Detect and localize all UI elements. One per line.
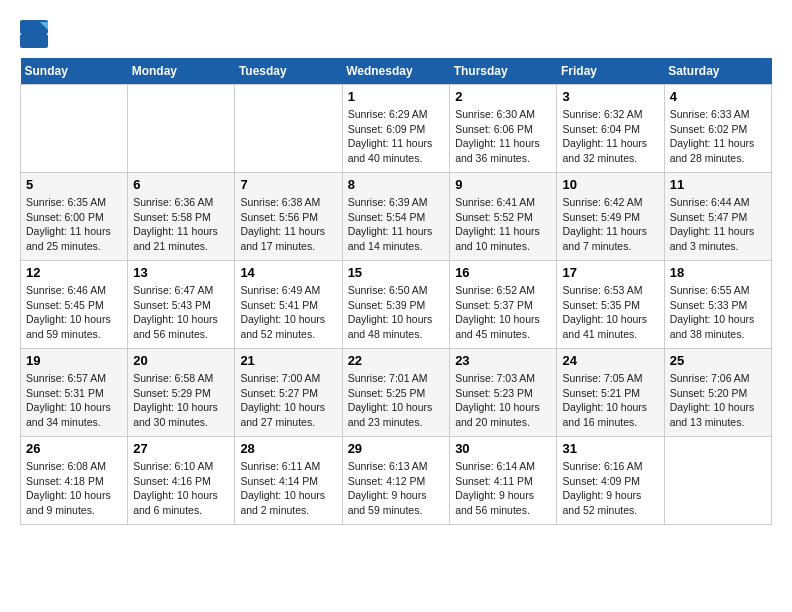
calendar-cell: 11Sunrise: 6:44 AM Sunset: 5:47 PM Dayli… <box>664 173 771 261</box>
day-info: Sunrise: 6:33 AM Sunset: 6:02 PM Dayligh… <box>670 107 766 166</box>
day-number: 31 <box>562 441 658 456</box>
day-info: Sunrise: 6:38 AM Sunset: 5:56 PM Dayligh… <box>240 195 336 254</box>
calendar-cell: 24Sunrise: 7:05 AM Sunset: 5:21 PM Dayli… <box>557 349 664 437</box>
day-info: Sunrise: 6:57 AM Sunset: 5:31 PM Dayligh… <box>26 371 122 430</box>
calendar-cell: 9Sunrise: 6:41 AM Sunset: 5:52 PM Daylig… <box>450 173 557 261</box>
day-info: Sunrise: 6:49 AM Sunset: 5:41 PM Dayligh… <box>240 283 336 342</box>
day-info: Sunrise: 6:47 AM Sunset: 5:43 PM Dayligh… <box>133 283 229 342</box>
day-info: Sunrise: 7:05 AM Sunset: 5:21 PM Dayligh… <box>562 371 658 430</box>
week-row-1: 1Sunrise: 6:29 AM Sunset: 6:09 PM Daylig… <box>21 85 772 173</box>
day-info: Sunrise: 6:29 AM Sunset: 6:09 PM Dayligh… <box>348 107 445 166</box>
day-number: 7 <box>240 177 336 192</box>
day-number: 20 <box>133 353 229 368</box>
week-row-3: 12Sunrise: 6:46 AM Sunset: 5:45 PM Dayli… <box>21 261 772 349</box>
day-number: 5 <box>26 177 122 192</box>
day-number: 29 <box>348 441 445 456</box>
day-number: 4 <box>670 89 766 104</box>
calendar-cell <box>21 85 128 173</box>
day-info: Sunrise: 6:10 AM Sunset: 4:16 PM Dayligh… <box>133 459 229 518</box>
day-number: 3 <box>562 89 658 104</box>
calendar-cell <box>664 437 771 525</box>
weekday-header-friday: Friday <box>557 58 664 85</box>
calendar-table: SundayMondayTuesdayWednesdayThursdayFrid… <box>20 58 772 525</box>
weekday-header-thursday: Thursday <box>450 58 557 85</box>
day-info: Sunrise: 7:03 AM Sunset: 5:23 PM Dayligh… <box>455 371 551 430</box>
calendar-cell: 6Sunrise: 6:36 AM Sunset: 5:58 PM Daylig… <box>128 173 235 261</box>
calendar-cell: 26Sunrise: 6:08 AM Sunset: 4:18 PM Dayli… <box>21 437 128 525</box>
calendar-cell: 15Sunrise: 6:50 AM Sunset: 5:39 PM Dayli… <box>342 261 450 349</box>
calendar-cell: 8Sunrise: 6:39 AM Sunset: 5:54 PM Daylig… <box>342 173 450 261</box>
week-row-2: 5Sunrise: 6:35 AM Sunset: 6:00 PM Daylig… <box>21 173 772 261</box>
calendar-cell: 13Sunrise: 6:47 AM Sunset: 5:43 PM Dayli… <box>128 261 235 349</box>
day-number: 1 <box>348 89 445 104</box>
day-info: Sunrise: 6:08 AM Sunset: 4:18 PM Dayligh… <box>26 459 122 518</box>
calendar-cell: 27Sunrise: 6:10 AM Sunset: 4:16 PM Dayli… <box>128 437 235 525</box>
calendar-cell: 4Sunrise: 6:33 AM Sunset: 6:02 PM Daylig… <box>664 85 771 173</box>
day-info: Sunrise: 6:53 AM Sunset: 5:35 PM Dayligh… <box>562 283 658 342</box>
calendar-cell: 19Sunrise: 6:57 AM Sunset: 5:31 PM Dayli… <box>21 349 128 437</box>
day-number: 11 <box>670 177 766 192</box>
week-row-5: 26Sunrise: 6:08 AM Sunset: 4:18 PM Dayli… <box>21 437 772 525</box>
calendar-cell: 28Sunrise: 6:11 AM Sunset: 4:14 PM Dayli… <box>235 437 342 525</box>
calendar-cell: 18Sunrise: 6:55 AM Sunset: 5:33 PM Dayli… <box>664 261 771 349</box>
calendar-cell: 20Sunrise: 6:58 AM Sunset: 5:29 PM Dayli… <box>128 349 235 437</box>
day-info: Sunrise: 6:55 AM Sunset: 5:33 PM Dayligh… <box>670 283 766 342</box>
day-info: Sunrise: 6:39 AM Sunset: 5:54 PM Dayligh… <box>348 195 445 254</box>
calendar-cell: 5Sunrise: 6:35 AM Sunset: 6:00 PM Daylig… <box>21 173 128 261</box>
page-header <box>20 20 772 48</box>
day-info: Sunrise: 6:50 AM Sunset: 5:39 PM Dayligh… <box>348 283 445 342</box>
calendar-cell: 7Sunrise: 6:38 AM Sunset: 5:56 PM Daylig… <box>235 173 342 261</box>
day-info: Sunrise: 7:01 AM Sunset: 5:25 PM Dayligh… <box>348 371 445 430</box>
day-info: Sunrise: 6:42 AM Sunset: 5:49 PM Dayligh… <box>562 195 658 254</box>
svg-rect-1 <box>20 34 48 48</box>
day-info: Sunrise: 6:32 AM Sunset: 6:04 PM Dayligh… <box>562 107 658 166</box>
day-info: Sunrise: 6:46 AM Sunset: 5:45 PM Dayligh… <box>26 283 122 342</box>
day-number: 15 <box>348 265 445 280</box>
day-info: Sunrise: 6:52 AM Sunset: 5:37 PM Dayligh… <box>455 283 551 342</box>
logo-icon <box>20 20 48 48</box>
day-info: Sunrise: 6:13 AM Sunset: 4:12 PM Dayligh… <box>348 459 445 518</box>
day-info: Sunrise: 6:11 AM Sunset: 4:14 PM Dayligh… <box>240 459 336 518</box>
calendar-cell: 17Sunrise: 6:53 AM Sunset: 5:35 PM Dayli… <box>557 261 664 349</box>
calendar-cell <box>235 85 342 173</box>
day-number: 6 <box>133 177 229 192</box>
weekday-header-wednesday: Wednesday <box>342 58 450 85</box>
day-number: 18 <box>670 265 766 280</box>
calendar-cell: 3Sunrise: 6:32 AM Sunset: 6:04 PM Daylig… <box>557 85 664 173</box>
calendar-cell: 30Sunrise: 6:14 AM Sunset: 4:11 PM Dayli… <box>450 437 557 525</box>
logo <box>20 20 52 48</box>
day-info: Sunrise: 6:16 AM Sunset: 4:09 PM Dayligh… <box>562 459 658 518</box>
day-info: Sunrise: 7:00 AM Sunset: 5:27 PM Dayligh… <box>240 371 336 430</box>
day-number: 30 <box>455 441 551 456</box>
calendar-cell: 23Sunrise: 7:03 AM Sunset: 5:23 PM Dayli… <box>450 349 557 437</box>
day-number: 25 <box>670 353 766 368</box>
day-number: 23 <box>455 353 551 368</box>
day-number: 24 <box>562 353 658 368</box>
day-number: 28 <box>240 441 336 456</box>
day-number: 16 <box>455 265 551 280</box>
calendar-cell: 2Sunrise: 6:30 AM Sunset: 6:06 PM Daylig… <box>450 85 557 173</box>
calendar-cell: 25Sunrise: 7:06 AM Sunset: 5:20 PM Dayli… <box>664 349 771 437</box>
calendar-body: 1Sunrise: 6:29 AM Sunset: 6:09 PM Daylig… <box>21 85 772 525</box>
day-number: 2 <box>455 89 551 104</box>
calendar-header: SundayMondayTuesdayWednesdayThursdayFrid… <box>21 58 772 85</box>
calendar-cell: 12Sunrise: 6:46 AM Sunset: 5:45 PM Dayli… <box>21 261 128 349</box>
day-number: 17 <box>562 265 658 280</box>
day-number: 21 <box>240 353 336 368</box>
weekday-header-saturday: Saturday <box>664 58 771 85</box>
calendar-cell: 29Sunrise: 6:13 AM Sunset: 4:12 PM Dayli… <box>342 437 450 525</box>
day-number: 22 <box>348 353 445 368</box>
calendar-cell: 1Sunrise: 6:29 AM Sunset: 6:09 PM Daylig… <box>342 85 450 173</box>
day-info: Sunrise: 6:36 AM Sunset: 5:58 PM Dayligh… <box>133 195 229 254</box>
calendar-cell <box>128 85 235 173</box>
day-info: Sunrise: 7:06 AM Sunset: 5:20 PM Dayligh… <box>670 371 766 430</box>
day-info: Sunrise: 6:58 AM Sunset: 5:29 PM Dayligh… <box>133 371 229 430</box>
day-info: Sunrise: 6:41 AM Sunset: 5:52 PM Dayligh… <box>455 195 551 254</box>
calendar-cell: 10Sunrise: 6:42 AM Sunset: 5:49 PM Dayli… <box>557 173 664 261</box>
day-number: 27 <box>133 441 229 456</box>
weekday-header-row: SundayMondayTuesdayWednesdayThursdayFrid… <box>21 58 772 85</box>
day-number: 12 <box>26 265 122 280</box>
calendar-cell: 31Sunrise: 6:16 AM Sunset: 4:09 PM Dayli… <box>557 437 664 525</box>
day-number: 14 <box>240 265 336 280</box>
weekday-header-sunday: Sunday <box>21 58 128 85</box>
